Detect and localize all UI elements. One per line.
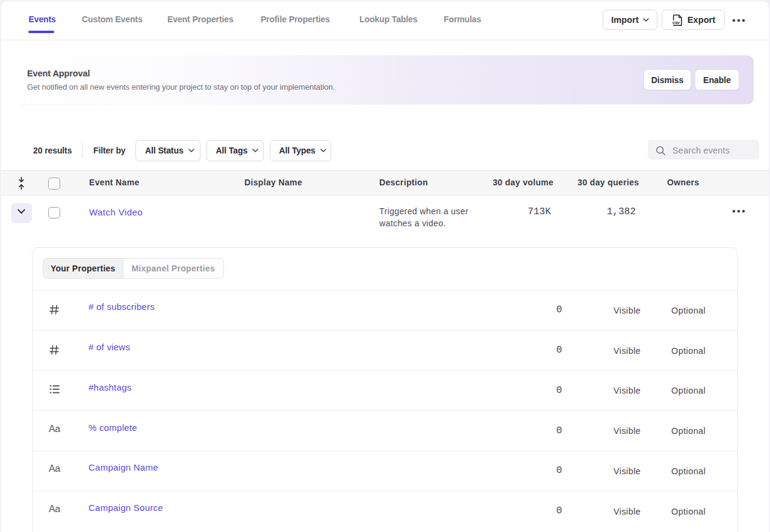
svg-text:csv: csv [672, 20, 680, 25]
